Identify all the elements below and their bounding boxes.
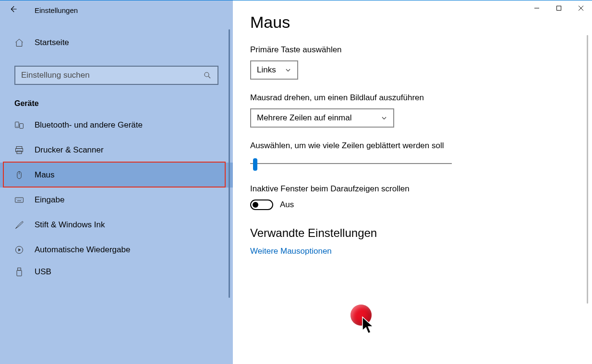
minimize-icon (534, 5, 540, 11)
additional-mouse-options-link[interactable]: Weitere Mausoptionen (250, 247, 332, 256)
dropdown-value: Mehrere Zeilen auf einmal (257, 113, 351, 123)
sidebar-home-label: Startseite (35, 38, 69, 47)
primary-button-dropdown[interactable]: Links (250, 60, 298, 80)
lines-slider[interactable] (250, 157, 452, 171)
lines-slider-label: Auswählen, um wie viele Zeilen geblätter… (250, 141, 592, 151)
sidebar-item-label: Drucker & Scanner (35, 145, 104, 155)
sidebar-item-autoplay[interactable]: Automatische Wiedergabe (0, 237, 233, 262)
minimize-button[interactable] (526, 0, 548, 16)
svg-rect-19 (17, 270, 22, 276)
search-input[interactable]: Einstellung suchen (14, 66, 218, 85)
window-title: Einstellungen (35, 6, 78, 14)
sidebar-item-label: USB (35, 267, 51, 277)
bluetooth-devices-icon (14, 120, 24, 130)
sidebar-item-pen[interactable]: Stift & Windows Ink (0, 212, 233, 237)
keyboard-icon (14, 195, 24, 205)
back-button[interactable] (9, 5, 17, 15)
usb-icon (14, 267, 24, 277)
primary-button-label: Primäre Taste auswählen (250, 45, 592, 55)
sidebar-item-label: Automatische Wiedergabe (35, 245, 130, 255)
autoplay-icon (14, 245, 24, 255)
window-controls (526, 0, 592, 16)
svg-rect-0 (557, 6, 561, 11)
arrow-left-icon (9, 5, 17, 13)
titlebar-left: Einstellungen (0, 0, 233, 20)
close-icon (578, 5, 584, 11)
sidebar-item-typing[interactable]: Eingabe (0, 188, 233, 212)
sidebar-item-label: Bluetooth- und andere Geräte (35, 120, 143, 130)
content-pane: Maus Primäre Taste auswählen Links Mausr… (233, 0, 592, 364)
content-scrollbar[interactable] (587, 35, 588, 304)
sidebar-home[interactable]: Startseite (14, 31, 233, 54)
search-placeholder: Einstellung suchen (21, 70, 90, 80)
sidebar-scrollbar[interactable] (229, 29, 230, 298)
slider-thumb[interactable] (253, 158, 257, 171)
svg-rect-3 (20, 124, 24, 129)
sidebar-item-printers[interactable]: Drucker & Scanner (0, 138, 233, 163)
related-settings-heading: Verwandte Einstellungen (250, 226, 592, 240)
sidebar-item-label: Maus (35, 170, 55, 180)
maximize-button[interactable] (548, 0, 570, 16)
sidebar-item-label: Stift & Windows Ink (35, 220, 105, 230)
svg-rect-18 (18, 268, 21, 270)
home-icon (14, 38, 24, 47)
svg-rect-5 (16, 147, 22, 149)
svg-point-1 (205, 72, 209, 77)
cursor-annotation (362, 316, 377, 335)
maximize-icon (556, 5, 562, 11)
chevron-down-icon (285, 67, 291, 73)
inactive-scroll-label: Inaktive Fenster beim Daraufzeigen scrol… (250, 184, 592, 194)
mouse-icon (14, 170, 24, 180)
svg-rect-10 (15, 198, 24, 202)
toggle-state-label: Aus (280, 200, 294, 210)
sidebar: Startseite Einstellung suchen Geräte Blu… (0, 0, 233, 364)
wheel-scroll-label: Mausrad drehen, um einen Bildlauf auszuf… (250, 93, 592, 103)
dropdown-value: Links (257, 65, 276, 75)
svg-rect-7 (17, 151, 22, 154)
svg-point-4 (17, 126, 17, 127)
sidebar-item-usb[interactable]: USB (0, 262, 233, 282)
close-button[interactable] (570, 0, 592, 16)
sidebar-item-bluetooth[interactable]: Bluetooth- und andere Geräte (0, 113, 233, 138)
search-icon (203, 71, 212, 80)
sidebar-item-label: Eingabe (35, 195, 64, 205)
settings-window: Einstellungen Startseite Einstellung suc… (0, 0, 592, 364)
sidebar-section-label: Geräte (14, 99, 233, 108)
pen-icon (14, 220, 24, 230)
chevron-down-icon (381, 115, 387, 121)
toggle-knob (253, 202, 258, 208)
inactive-scroll-toggle[interactable] (250, 200, 273, 210)
slider-track (250, 163, 452, 164)
sidebar-item-mouse[interactable]: Maus (0, 163, 233, 188)
wheel-scroll-dropdown[interactable]: Mehrere Zeilen auf einmal (250, 108, 394, 128)
printer-icon (14, 145, 24, 155)
